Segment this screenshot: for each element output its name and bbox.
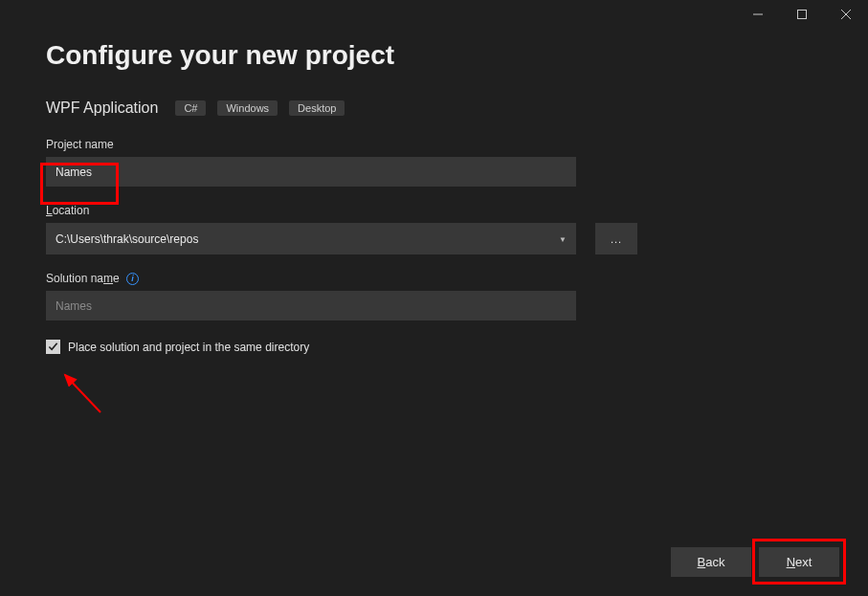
solution-name-section: Solution name i [46,272,822,320]
close-icon [841,10,851,19]
info-icon[interactable]: i [126,273,139,285]
checkmark-icon [48,342,58,352]
minimize-button[interactable] [736,0,780,29]
window-titlebar [0,0,868,29]
maximize-button[interactable] [780,0,824,29]
tag-csharp: C# [175,100,206,116]
same-directory-row: Place solution and project in the same d… [46,340,822,354]
annotation-arrow [57,369,115,427]
close-button[interactable] [824,0,868,29]
solution-name-label: Solution name i [46,272,822,285]
location-section: Location ▼ ... [46,204,822,254]
next-button[interactable]: Next [759,547,839,577]
tag-windows: Windows [217,100,278,116]
project-type-name: WPF Application [46,99,158,117]
location-input[interactable] [46,223,576,254]
location-label: Location [46,204,822,217]
page-title: Configure your new project [46,40,822,71]
minimize-icon [753,10,763,19]
browse-button[interactable]: ... [595,223,637,254]
back-button[interactable]: Back [671,547,751,577]
svg-rect-1 [798,11,807,19]
footer-buttons: Back Next [671,547,839,577]
location-dropdown[interactable]: ▼ [46,223,576,254]
project-type-row: WPF Application C# Windows Desktop [46,99,822,117]
same-directory-checkbox[interactable] [46,340,60,354]
maximize-icon [797,10,807,19]
same-directory-label: Place solution and project in the same d… [68,341,309,354]
project-name-section: Project name [46,138,822,187]
solution-name-input [46,291,576,320]
project-name-label: Project name [46,138,822,151]
project-name-input[interactable] [46,157,576,187]
svg-line-5 [65,375,100,412]
tag-desktop: Desktop [289,100,345,116]
